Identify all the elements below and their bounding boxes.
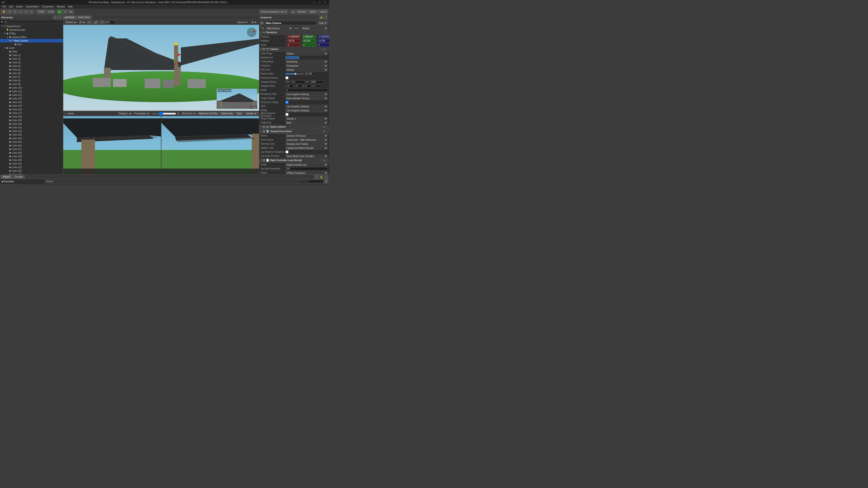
hierarchy-item-cube6[interactable]: ▣ Cube (6) [0,71,63,75]
hierarchy-item-cube3[interactable]: ▣ Cube (3) [0,61,63,64]
pos-x-input[interactable] [287,35,301,38]
use-pose-provider-select[interactable]: None (Base Pose Provider) [285,155,328,158]
scale-x-input[interactable] [287,43,301,46]
background-color-swatch[interactable] [285,56,299,59]
hierarchy-item-cube12[interactable]: ▣ Cube (12) [0,93,63,97]
tool-rect[interactable]: ▭ [24,9,29,14]
audio-menu-icon[interactable]: ⋮ [326,126,328,128]
tool-move[interactable]: ✛ [7,9,12,14]
menu-component[interactable]: Component [41,5,55,8]
culling-mask-select[interactable]: Everything [285,60,328,63]
target-display-select[interactable]: Display 1 [285,117,328,120]
scene-audio-btn[interactable]: 🔊 [93,21,99,24]
physical-camera-checkbox[interactable] [285,76,288,79]
hierarchy-item-cube7[interactable]: ▣ Cube (7) [0,75,63,78]
target-eye-select[interactable]: Both [285,121,328,124]
preview-packages-btn[interactable]: Preview Packages in Use ▼ [259,9,288,14]
pivot-local-btn[interactable]: Local [46,9,55,14]
camera-component-header[interactable]: ▼ ✓ 📷 Camera ? ⚙ ⋮ [259,47,329,52]
pause-button[interactable]: ⏸ [63,9,68,14]
hierarchy-item-cube21[interactable]: ▣ Cube (21) [0,126,63,129]
hierarchy-item-cube28[interactable]: ▣ Cube (28) [0,151,63,155]
hierarchy-item-cube29[interactable]: ▣ Cube (29) [0,155,63,158]
hierarchy-item-cube1[interactable]: ▣ Cube (1) [0,53,63,57]
tab-console[interactable]: Console [12,175,25,179]
hierarchy-item-samplescene[interactable]: ▼ ☰ SampleScene [0,24,63,28]
rot-z-input[interactable] [318,39,329,42]
hierarchy-item-cube24[interactable]: ▣ Cube (24) [0,136,63,140]
vp-w-input[interactable] [305,85,311,88]
hierarchy-item-cube25[interactable]: ▣ Cube (25) [0,140,63,144]
static-dropdown[interactable]: Static ▼ [318,22,328,25]
hierarchy-item-feet[interactable]: ▣ Feet [0,42,63,46]
menu-help[interactable]: Help [67,5,74,8]
eyes-select[interactable]: Both Eyes [181,112,197,116]
pose-source-select[interactable]: Center Eye - HMD Reference [285,138,328,141]
inspector-menu-btn[interactable]: ⋮ [324,15,328,20]
scene-lighting-btn[interactable]: ☀ [87,21,92,24]
aspect-select[interactable]: Free Aspect [133,112,150,116]
rcl-settings-icon[interactable]: ⚙ [323,159,325,162]
hdr-select[interactable]: Use Graphics Settings [285,105,328,108]
menu-assets[interactable]: Assets [15,5,24,8]
step-button[interactable]: ⏭ [68,9,74,14]
rot-y-input[interactable] [303,39,316,42]
hierarchy-item-cube4[interactable]: ▣ Cube (4) [0,64,63,68]
tracked-pose-menu-icon[interactable]: ⋮ [326,130,328,133]
game-canvas[interactable] [63,116,259,174]
transform-help-icon[interactable]: ? [324,31,326,34]
bottom-lock-btn[interactable]: 🔒 [319,175,323,179]
vp-h-input[interactable] [314,85,320,88]
mute-audio-btn[interactable]: Mute Audio [220,112,235,115]
hierarchy-item-cube34[interactable]: ▣ Cube (34) [0,173,63,174]
audio-help-icon[interactable]: ? [321,126,323,128]
audio-settings-icon[interactable]: ⚙ [323,126,325,128]
hierarchy-item-cube9[interactable]: ▣ Cube (9) [0,82,63,86]
script-select[interactable]: RightControllerLook [285,163,328,166]
allow-dynamic-res-checkbox[interactable] [285,113,288,116]
hierarchy-add-btn[interactable]: + [53,15,57,20]
scene-canvas[interactable]: X Y Z Main Camera [63,25,259,111]
game-gizmos-btn[interactable]: Gizmos ▼ [244,112,258,115]
menu-edit[interactable]: Edit [8,5,14,8]
hierarchy-item-cube23[interactable]: ▣ Cube (23) [0,133,63,136]
hierarchy-menu-btn[interactable]: ⋮ [58,15,62,20]
right-controller-look-header[interactable]: ▼ ✓ 📄 Right Controller Look (Script) ? ⚙… [259,158,329,163]
hierarchy-item-cube5[interactable]: ▣ Cube (5) [0,68,63,71]
pivot-center-btn[interactable]: Center [36,9,46,14]
hierarchy-item-cube33[interactable]: ▣ Cube (33) [0,169,63,173]
hierarchy-item-cube19[interactable]: ▣ Cube (19) [0,119,63,122]
play-button[interactable]: ▶ [57,9,62,14]
hierarchy-item-cube15[interactable]: ▣ Cube (15) [0,104,63,107]
depth-input[interactable] [285,89,328,92]
hierarchy-item-main-camera[interactable]: ▼ 📷 Main Camera [0,39,63,42]
hierarchy-item-cube10[interactable]: ▣ Cube (10) [0,86,63,90]
tracking-type-select[interactable]: Rotation And Position [285,142,328,145]
hierarchy-item-cube32[interactable]: ▣ Cube (32) [0,165,63,169]
layers-btn[interactable]: Layers [308,9,318,14]
tag-select[interactable]: MainCamera [266,27,292,30]
tool-scale[interactable]: ⤡ [18,9,23,14]
camera-settings-icon[interactable]: ⚙ [323,48,325,51]
tab-project[interactable]: Project [1,175,12,179]
hierarchy-item-cube11[interactable]: ▣ Cube (11) [0,90,63,93]
menu-file[interactable]: File [1,5,7,8]
rcl-active-checkbox[interactable]: ✓ [263,159,265,162]
tracked-pose-active-checkbox[interactable]: ✓ [263,130,265,133]
tracked-pose-help-icon[interactable]: ? [321,130,323,133]
view-3d-select[interactable]: 3D [78,21,86,24]
device-select[interactable]: Generic XR Device [285,134,328,137]
hierarchy-search-input[interactable] [4,21,62,24]
rendering-path-select[interactable]: Use Graphics Settings [285,93,328,96]
stats-btn[interactable]: Stats [235,112,244,115]
scene-fx-btn[interactable]: ✦ [100,21,105,24]
fov-slider-track[interactable] [285,73,304,74]
tool-hand[interactable]: ✋ [1,9,7,14]
hierarchy-item-level[interactable]: ▼ ▣ Level [0,46,63,50]
tracked-pose-settings-icon[interactable]: ⚙ [323,130,325,133]
occlusion-culling-checkbox[interactable] [285,101,288,104]
rcl-menu-icon[interactable]: ⋮ [326,159,328,162]
maximize-btn[interactable]: □ [317,1,322,4]
account-btn[interactable]: Account [296,9,307,14]
use-relative-transform-checkbox[interactable] [285,151,288,153]
